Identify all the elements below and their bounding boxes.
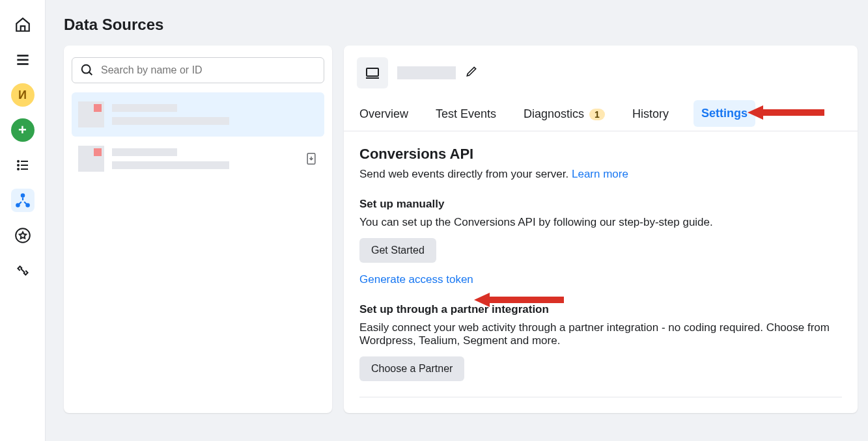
svg-point-9 [20, 193, 25, 198]
diagnostics-badge: 1 [589, 109, 605, 120]
get-started-button[interactable]: Get Started [359, 238, 436, 263]
manual-desc: You can set up the Conversions API by fo… [359, 216, 842, 229]
data-source-text [112, 148, 297, 169]
main-content: Data Sources [46, 0, 868, 441]
tab-overview[interactable]: Overview [357, 101, 411, 130]
svg-point-3 [18, 161, 19, 162]
data-source-text [112, 104, 318, 125]
search-input[interactable] [101, 64, 316, 76]
partner-desc: Easily connect your web activity through… [359, 321, 842, 347]
tab-diagnostics[interactable]: Diagnostics 1 [521, 101, 608, 130]
list-icon[interactable] [11, 154, 35, 177]
account-avatar[interactable]: И [11, 83, 35, 107]
capi-desc-text: Send web events directly from your serve… [359, 168, 572, 180]
data-source-item[interactable] [72, 92, 324, 137]
home-icon[interactable] [11, 13, 35, 36]
edit-icon[interactable] [465, 65, 478, 81]
data-source-thumb [78, 101, 104, 127]
svg-point-13 [82, 65, 91, 74]
add-button[interactable]: + [11, 118, 35, 142]
pixel-type-icon [357, 57, 388, 88]
data-source-thumb [78, 146, 104, 172]
avatar-initial: И [18, 88, 27, 102]
manual-title: Set up manually [359, 198, 842, 211]
svg-point-5 [18, 165, 19, 166]
partner-title: Set up through a partner integration [359, 303, 842, 316]
search-box[interactable] [72, 57, 324, 83]
capi-title: Conversions API [359, 146, 842, 163]
partners-icon[interactable] [11, 259, 35, 282]
tab-history[interactable]: History [630, 101, 671, 130]
left-nav: И + [0, 0, 46, 441]
svg-rect-16 [367, 68, 378, 76]
page-title: Data Sources [64, 16, 858, 34]
svg-point-7 [18, 168, 19, 170]
detail-panel: Overview Test Events Diagnostics 1 Histo… [344, 46, 858, 413]
star-icon[interactable] [11, 224, 35, 247]
data-source-item[interactable] [72, 137, 324, 181]
data-source-list-panel [64, 46, 332, 413]
tab-settings[interactable]: Settings [693, 100, 755, 127]
download-icon [305, 151, 318, 167]
generate-token-link[interactable]: Generate access token [359, 273, 473, 286]
tabs: Overview Test Events Diagnostics 1 Histo… [344, 100, 858, 131]
tab-diagnostics-label: Diagnostics [524, 107, 584, 121]
choose-partner-button[interactable]: Choose a Partner [359, 356, 464, 381]
learn-more-link[interactable]: Learn more [572, 168, 628, 180]
svg-line-14 [89, 72, 92, 75]
search-icon [80, 63, 94, 77]
tab-test-events[interactable]: Test Events [433, 101, 499, 130]
capi-desc: Send web events directly from your serve… [359, 168, 842, 181]
data-sources-icon[interactable] [11, 189, 35, 212]
pixel-name-redacted [397, 66, 456, 79]
menu-icon[interactable] [11, 48, 35, 72]
